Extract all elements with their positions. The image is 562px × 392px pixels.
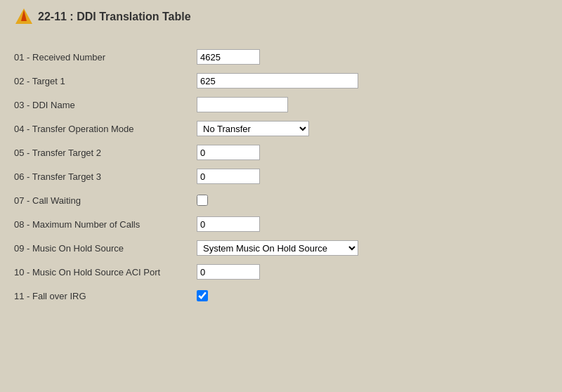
label-07: 07 - Call Waiting: [14, 195, 197, 206]
form-row-08: 08 - Maximum Number of Calls: [14, 215, 548, 233]
form-row-06: 06 - Transfer Target 3: [14, 167, 548, 185]
form-row-11: 11 - Fall over IRG: [14, 287, 548, 305]
label-03: 03 - DDI Name: [14, 100, 197, 110]
input-max-calls[interactable]: [197, 216, 260, 232]
form-row-07: 07 - Call Waiting: [14, 191, 548, 209]
input-aci-port[interactable]: [197, 264, 260, 280]
label-09: 09 - Music On Hold Source: [14, 243, 197, 254]
input-transfer-target2[interactable]: [197, 145, 260, 160]
form-row-09: 09 - Music On Hold Source System Music O…: [14, 239, 548, 257]
label-01: 01 - Received Number: [14, 52, 197, 63]
input-received-number[interactable]: [197, 49, 260, 65]
label-08: 08 - Maximum Number of Calls: [14, 219, 197, 230]
checkbox-fall-over-irg[interactable]: [197, 290, 208, 301]
select-transfer-mode[interactable]: No Transfer Transfer Transfer to Voicema…: [197, 121, 309, 136]
checkbox-call-waiting[interactable]: [197, 195, 208, 206]
input-target1[interactable]: [197, 73, 358, 89]
form-row-01: 01 - Received Number: [14, 48, 548, 66]
form-row-04: 04 - Transfer Operation Mode No Transfer…: [14, 119, 548, 138]
form-row-03: 03 - DDI Name: [14, 96, 548, 114]
form-row-10: 10 - Music On Hold Source ACI Port: [14, 263, 548, 281]
logo-icon: [14, 7, 34, 27]
input-transfer-target3[interactable]: [197, 169, 260, 184]
page-container: 22-11 : DDI Translation Table 01 - Recei…: [0, 0, 562, 325]
form-section: 01 - Received Number 02 - Target 1 03 - …: [14, 48, 548, 305]
input-ddi-name[interactable]: [197, 97, 288, 112]
page-title: 22-11 : DDI Translation Table: [38, 11, 191, 23]
logo-area: 22-11 : DDI Translation Table: [14, 7, 548, 27]
label-10: 10 - Music On Hold Source ACI Port: [14, 267, 197, 277]
select-music-on-hold-source[interactable]: System Music On Hold Source None Custom …: [197, 240, 358, 256]
form-row-02: 02 - Target 1: [14, 72, 548, 90]
label-05: 05 - Transfer Target 2: [14, 148, 197, 158]
label-06: 06 - Transfer Target 3: [14, 171, 197, 182]
form-row-05: 05 - Transfer Target 2: [14, 143, 548, 162]
label-11: 11 - Fall over IRG: [14, 291, 197, 301]
label-04: 04 - Transfer Operation Mode: [14, 124, 197, 134]
label-02: 02 - Target 1: [14, 76, 197, 86]
